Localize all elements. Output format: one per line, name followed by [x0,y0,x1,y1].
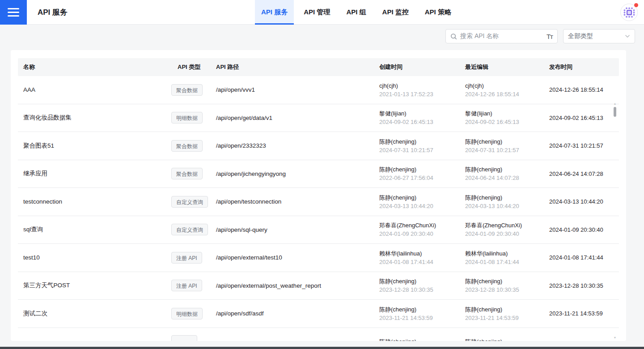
table-row[interactable]: 查询化妆品数据集 明细数据 /api/open/get/data/v1 黎健(l… [18,104,619,132]
table-row[interactable]: 聚合图表51 聚合数据 /api/open/2332323 陈静(chenjin… [18,132,619,160]
table-row[interactable]: AAA 聚合数据 /api/open/vvv1 cjh(cjh) 2021-01… [18,76,619,104]
edited-cell: 陈静(chenjing) 2024-07-31 10:21:57 [465,137,549,154]
api-name: sql查询 [23,226,171,234]
table-body: AAA 聚合数据 /api/open/vvv1 cjh(cjh) 2021-01… [18,76,619,341]
table-row[interactable]: test10 注册 API /api/open/external/test10 … [18,244,619,272]
edited-cell: 陈静(chenjing) 2024-03-13 10:44:20 [465,193,549,210]
col-header-published: 发布时间 [549,63,619,71]
edited-at: 2024-03-13 10:44:20 [465,202,549,210]
created-at: 2024-03-13 10:44:20 [379,202,465,210]
api-name: AAA [23,86,171,93]
tab-label: API 监控 [382,8,409,17]
api-type-cell: 自定义查询 [171,224,216,235]
tab-api-group[interactable]: API 组 [340,0,372,25]
match-case-icon[interactable]: Tᴛ [547,33,553,40]
api-type-cell: 明细数据 [171,308,216,319]
created-by: 陈静(chenjing) [379,165,465,174]
api-path: /api/open/sql-query [216,226,379,233]
created-at: 2023-12-28 10:30:35 [379,285,465,294]
api-name: test10 [23,254,171,261]
scrollbar-thumb[interactable] [614,107,616,117]
edited-cell: 陈静(chenjing) [465,337,549,341]
published-at: 2024-06-24 14:07:28 [549,170,619,177]
edited-at: 2024-09-02 16:45:13 [465,118,549,126]
created-by: 陈静(chenjing) [379,277,465,285]
published-at: 2023-12-28 10:30:35 [549,282,619,289]
api-type-badge [171,335,197,341]
created-cell: 黎健(lijian) 2024-09-02 16:45:13 [379,109,465,126]
table-scrollbar[interactable]: ▲ ▼ [613,102,617,340]
edited-cell: 黎健(lijian) 2024-09-02 16:45:13 [465,109,549,126]
col-header-edited: 最近编辑 [465,63,549,71]
created-cell: 陈静(chenjing) 2023-12-28 10:30:35 [379,277,465,294]
api-path: /api/open/jichengyingyong [216,170,379,177]
created-cell: 陈静(chenjing) 2023-11-21 14:53:59 [379,305,465,322]
edited-cell: 陈静(chenjing) 2024-06-24 14:07:28 [465,165,549,182]
tab-api-service[interactable]: API 服务 [255,0,294,25]
api-type-cell: 明细数据 [171,112,216,123]
edited-at: 2024-01-09 20:30:40 [465,230,549,238]
api-type-badge: 注册 API [171,252,202,264]
tab-label: API 策略 [425,8,451,17]
api-name: 继承应用 [23,170,171,178]
search-input[interactable]: 搜索 API 名称 Tᴛ [445,29,558,43]
published-at: 2023-11-21 14:53:59 [549,310,619,317]
api-path: /api/open/2332323 [216,142,379,149]
published-at: 2024-07-31 10:21:57 [549,142,619,149]
col-header-path: API 路径 [216,63,379,71]
edited-by: 郑春喜(ZhengChunXi) [465,221,549,230]
published-at: 2024-01-08 17:41:44 [549,254,619,261]
scroll-down-icon[interactable]: ▼ [613,336,617,340]
created-cell: 郑春喜(ZhengChunXi) 2024-01-09 20:30:40 [379,221,465,238]
tab-label: API 组 [346,8,366,17]
api-path: /api/open/testconnection [216,198,379,205]
main-tabs: API 服务 API 管理 API 组 API 监控 API 策略 [255,0,458,25]
api-name: 聚合图表51 [23,142,171,150]
table-row[interactable]: testconnection 自定义查询 /api/open/testconne… [18,188,619,216]
edited-by: 赖林华(lailinhua) [465,249,549,258]
edited-by: cjh(cjh) [465,81,549,90]
table-row[interactable]: 陈静(chenjing) 陈静(chenjing) [18,328,619,341]
published-at: 2024-12-26 18:55:14 [549,86,619,93]
edited-by: 陈静(chenjing) [465,137,549,146]
created-by: 黎健(lijian) [379,109,465,118]
edited-cell: 赖林华(lailinhua) 2024-01-08 17:41:44 [465,249,549,266]
table-row[interactable]: 继承应用 聚合数据 /api/open/jichengyingyong 陈静(c… [18,160,619,188]
table-row[interactable]: 测试二次 明细数据 /api/open/sdf/asdf 陈静(chenjing… [18,300,619,328]
created-by: 陈静(chenjing) [379,137,465,146]
api-path: /api/open/get/data/v1 [216,115,379,121]
table-header: 名称 API 类型 API 路径 创建时间 最近编辑 发布时间 [18,58,619,76]
tab-api-monitor[interactable]: API 监控 [376,0,415,25]
api-type-cell: 注册 API [171,280,216,291]
search-icon [450,33,457,40]
table-rows: AAA 聚合数据 /api/open/vvv1 cjh(cjh) 2021-01… [18,76,619,341]
created-at: 2024-01-09 20:30:40 [379,230,465,238]
created-at: 2024-09-02 16:45:13 [379,118,465,126]
created-cell: 陈静(chenjing) 2024-07-31 10:21:57 [379,137,465,154]
api-type-badge: 聚合数据 [171,84,203,96]
created-at: 2023-11-21 14:53:59 [379,314,465,322]
tab-api-policy[interactable]: API 策略 [419,0,458,25]
api-path: /api/open/sdf/asdf [216,310,379,317]
notification-dot [634,3,638,7]
api-type-badge: 聚合数据 [171,140,203,152]
edited-at: 2024-12-26 18:55:14 [465,90,549,98]
edited-by: 陈静(chenjing) [465,193,549,202]
api-type-cell: 注册 API [171,252,216,264]
created-by: cjh(cjh) [379,81,465,90]
api-type-badge: 自定义查询 [171,224,208,235]
edited-cell: cjh(cjh) 2024-12-26 18:55:14 [465,81,549,98]
edited-at: 2023-11-21 14:53:59 [465,314,549,322]
created-at: 2021-01-13 17:52:23 [379,90,465,98]
hamburger-menu-button[interactable] [0,0,27,25]
search-placeholder: 搜索 API 名称 [460,32,543,40]
tab-api-management[interactable]: API 管理 [297,0,336,25]
type-filter-select[interactable]: 全部类型 [563,29,635,43]
table-row[interactable]: 第三方天气POST 注册 API /api/open/external/post… [18,272,619,300]
scroll-up-icon[interactable]: ▲ [613,102,617,106]
created-by: 陈静(chenjing) [379,193,465,202]
col-header-name: 名称 [23,63,171,71]
api-path: /api/open/external/post_weather_report [216,282,379,289]
api-name: 查询化妆品数据集 [23,114,171,122]
table-row[interactable]: sql查询 自定义查询 /api/open/sql-query 郑春喜(Zhen… [18,216,619,244]
